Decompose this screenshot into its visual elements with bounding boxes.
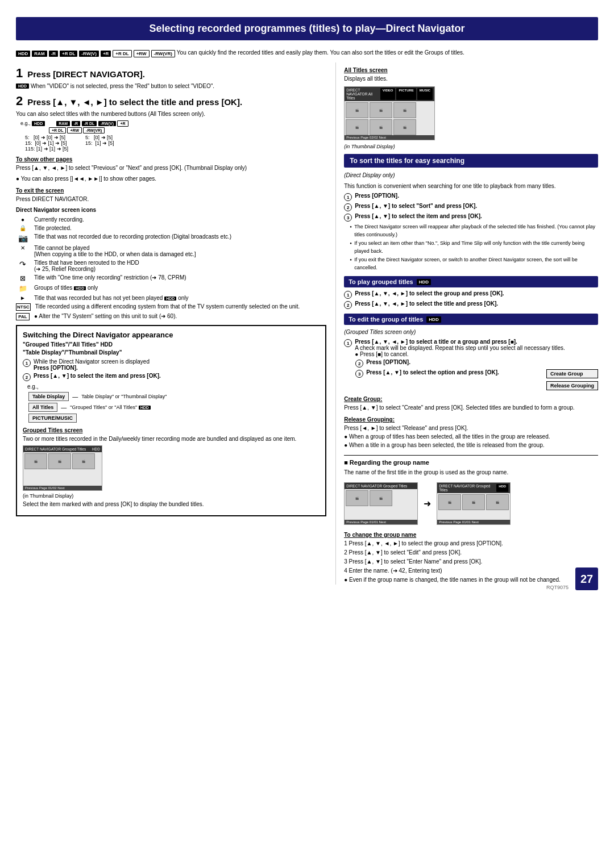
icon-cannot-play-desc: Title cannot be played[When copying a ti… — [34, 245, 326, 257]
thumb-a5: 🎬 — [370, 119, 392, 135]
in-thumbnail-label: (in Thumbnail Display) — [23, 493, 320, 499]
sort-step3-num: 3 — [344, 214, 352, 222]
play-step2-text: Press [▲, ▼, ◄, ►] to select the title a… — [355, 301, 498, 307]
step2-text: Press [▲, ▼, ◄, ►] to select the title a… — [27, 97, 242, 107]
icon-row-not-recorded: 📷 Title that was not recorded due to rec… — [16, 233, 326, 243]
switching-subtitle2: "Table Display"/"Thumbnail Display" — [23, 349, 320, 356]
switch-step2-num: 2 — [23, 373, 31, 381]
tag-hdd-inline: HDD — [16, 84, 29, 89]
switching-subtitle1: "Grouped Titles"/"All Titles" HDD — [23, 341, 320, 348]
select-note: Select the item marked with and press [O… — [23, 500, 320, 508]
thumb-a4: 🎬 — [346, 119, 368, 135]
group-left-header: DIRECT NAVIGATOR Grouped Titles — [345, 483, 417, 489]
thumb-gr3: 🎬 — [486, 494, 509, 510]
group-screen-right: DIRECT NAVIGATOR Grouped Titles HDD 🎬 🎬 … — [437, 482, 511, 525]
edit-step2: 2 Press [OPTION]. — [355, 359, 542, 368]
release-grouping-btn[interactable]: Release Grouping — [546, 381, 598, 390]
arrow1-label: Table Display" or "Thumbnail Display" — [81, 394, 167, 399]
arrow-between-screens: ➜ — [424, 480, 431, 527]
diagram-row3: PICTURE/MUSIC — [28, 414, 320, 423]
sort-step2-num: 2 — [344, 203, 352, 211]
tag-rw-v: -RW(V) — [79, 51, 99, 57]
release-grouping-heading: Release Grouping: — [344, 416, 598, 423]
tag-r-minus: -R — [49, 51, 58, 57]
icons-list: ● Currently recording. 🔒 Title protected… — [16, 216, 326, 320]
icon-row-pal: PAL ● Alter the "TV System" setting on t… — [16, 313, 326, 320]
icon-row-rerouted: ↷ Titles that have been rerouted to the … — [16, 260, 326, 272]
step1-note: HDD When "VIDEO" is not selected, press … — [16, 82, 326, 90]
eg-ram-tag: RAM — [56, 121, 70, 126]
icon-pal-desc: ● Alter the "TV System" setting on this … — [34, 313, 326, 319]
tag-r-plus-dl: +R DL — [113, 50, 131, 57]
change-step1: 1 Press [▲, ▼, ◄, ►] to select the group… — [344, 539, 598, 548]
all-titles-screen-body: 🎬 🎬 🎬 🎬 🎬 🎬 — [345, 101, 434, 136]
step2-note: You can also select titles with the numb… — [16, 110, 326, 118]
icon-onetime: ⊠ — [16, 274, 30, 282]
all-titles-heading: All Titles screen — [344, 67, 598, 73]
thumb2: 🎬 — [48, 453, 71, 469]
sort-step1-text: Press [OPTION]. — [355, 193, 399, 199]
grouped-screen-text: Two or more titles recorded in the Daily… — [23, 435, 320, 443]
sort-note1: The Direct Navigator screen will reappea… — [350, 223, 598, 239]
intro-text: You can quickly find the recorded titles… — [177, 48, 464, 57]
icon-not-recorded: 📷 — [16, 233, 30, 243]
group-left-footer: Previous Page 01/01 Next — [345, 520, 417, 524]
change-step4: 4 Enter the name. (➜ 42, Entering text) — [344, 566, 598, 575]
group-screen-left: DIRECT NAVIGATOR Grouped Titles 🎬 🎬 Prev… — [344, 482, 418, 525]
create-group-heading: Create Group: — [344, 396, 598, 402]
icon-not-played-desc: Title that was recorded but has not yet … — [34, 295, 326, 301]
icon-protected-desc: Title protected. — [34, 225, 326, 231]
main-title-banner: Selecting recorded programmes (titles) t… — [16, 17, 598, 40]
thumb1: 🎬 — [24, 453, 47, 469]
switch-eg: e.g., — [27, 383, 320, 390]
edit-step3: 3 Press [▲, ▼] to select the option and … — [355, 369, 542, 378]
icon-row-recording: ● Currently recording. — [16, 216, 326, 223]
sort-step2-text: Press [▲, ▼] to select "Sort" and press … — [355, 203, 477, 209]
exit-screen-text: Press DIRECT NAVIGATOR. — [16, 195, 326, 203]
icon-recording: ● — [16, 216, 30, 223]
screen-header: DIRECT NAVIGATOR Grouped Titles HDD — [23, 446, 102, 452]
edit-group-title: To edit the group of titles HDD — [344, 314, 598, 325]
thumb-a6: 🎬 — [393, 119, 416, 135]
edit-step2-num: 2 — [355, 360, 363, 368]
sort-sub: (Direct Display only) — [344, 171, 598, 180]
step1-text: Press [DIRECT NAVIGATOR]. — [27, 69, 145, 79]
screen-footer: Previous Page 01/02 Next — [23, 486, 102, 490]
switch-step1: 1 While the Direct Navigator screen is d… — [23, 358, 320, 371]
sort-note2: If you select an item other than "No.", … — [350, 240, 598, 255]
edit-step3-text: Press [▲, ▼] to select the option and pr… — [366, 369, 499, 375]
play-grouped-title: To play grouped titles HDD — [344, 276, 598, 287]
grouped-screen-mock: DIRECT NAVIGATOR Grouped Titles HDD 🎬 🎬 … — [23, 445, 102, 491]
product-code: RQT9075 — [546, 585, 569, 590]
tag-rw-vr: -RW(VR) — [151, 50, 175, 57]
create-group-btn[interactable]: Create Group — [546, 369, 598, 378]
show-pages-heading: To show other pages — [16, 156, 326, 162]
thumb-a2: 🎬 — [370, 102, 392, 118]
eg-rwvr-tag: -RW(VR) — [83, 127, 105, 133]
all-titles-text: Displays all titles. — [344, 74, 598, 83]
sort-notes: The Direct Navigator screen will reappea… — [344, 223, 598, 272]
sort-step1-num: 1 — [344, 193, 352, 201]
switching-section: Switching the Direct Navigator appearanc… — [16, 325, 326, 516]
exit-screen-heading: To exit the screen — [16, 187, 326, 194]
switch-step1-text: While the Direct Navigator screen is dis… — [34, 358, 150, 371]
icon-not-recorded-desc: Title that was not recorded due to recor… — [34, 233, 326, 240]
play-step1: 1 Press [▲, ▼, ◄, ►] to select the group… — [344, 290, 598, 299]
right-column: Advanced playback/Selecting recorded pro… — [335, 62, 598, 585]
icon-onetime-desc: Title with "One time only recording" res… — [34, 274, 326, 281]
icon-not-played: ► — [16, 295, 30, 301]
eg-rw-tag: +RW — [67, 127, 82, 133]
eg-rp-tag: +R — [117, 120, 128, 127]
screen-body: 🎬 🎬 🎬 — [23, 452, 102, 470]
sort-note3: If you exit the Direct Navigator screen,… — [350, 256, 598, 272]
play-step1-text: Press [▲, ▼, ◄, ►] to select the group a… — [355, 290, 504, 297]
create-group-text: Press [▲, ▼] to select "Create" and pres… — [344, 403, 598, 412]
icon-ntsc: NTSC — [16, 303, 31, 311]
diagram-row2: All Titles — "Grouped Titles" or "All Ti… — [28, 403, 320, 412]
group-right-body: 🎬 🎬 🎬 — [437, 493, 510, 511]
sort-intro: This function is convenient when searchi… — [344, 182, 598, 190]
release-grouping-text: Press [◄, ►] to select "Release" and pre… — [344, 424, 598, 449]
change-group-steps: 1 Press [▲, ▼, ◄, ►] to select the group… — [344, 539, 598, 585]
switch-step2-text: Press [▲, ▼] to select the item and pres… — [34, 373, 161, 379]
icon-row-onetime: ⊠ Title with "One time only recording" r… — [16, 274, 326, 282]
